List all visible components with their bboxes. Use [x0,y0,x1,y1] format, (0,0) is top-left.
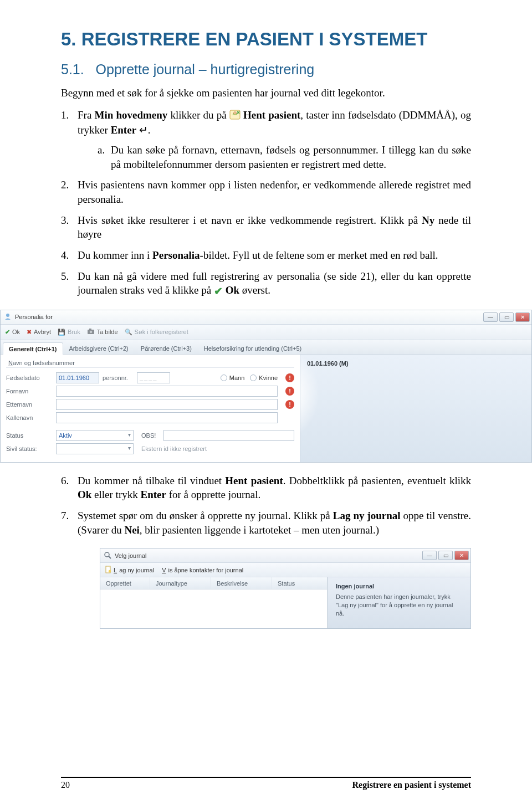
step-number: 1. [61,108,78,171]
ta-bilde-button[interactable]: Ta bilde [87,328,118,336]
section-number: 5.1. [61,61,84,77]
minimize-button[interactable]: ― [422,551,437,560]
window-titlebar: Velg journal ― ▭ ✕ [100,548,470,563]
label-obs: OBS! [141,432,163,439]
label-kvinne: Kvinne [259,375,278,381]
sivilstatus-combo[interactable] [56,443,134,454]
step-3: Hvis søket ikke resulterer i et navn er … [78,213,471,242]
close-button[interactable]: ✕ [515,312,530,322]
journal-list: Opprettet Journaltype Beskrivelse Status [100,577,328,628]
step-4: Du kommer inn i Personalia-bildet. Fyll … [78,248,471,263]
step-number: 3. [61,213,78,242]
step-1: Fra Min hovedmeny klikker du på Hent pas… [78,108,471,171]
chapter-number: 5. [61,29,76,49]
step-7: Systemet spør om du ønsker å opprette ny… [78,509,471,537]
step-6: Du kommer nå tilbake til vinduet Hent pa… [78,474,471,502]
summary-panel: 01.01.1960 (M) [300,355,531,462]
bruk-button[interactable]: 💾Bruk [58,329,80,336]
svg-point-9 [109,570,111,572]
tab-arbeidsgivere[interactable]: Arbeidsgivere (Ctrl+2) [63,342,135,354]
status-combo[interactable]: Aktiv [56,430,134,441]
col-status[interactable]: Status [272,577,327,589]
fodselsdato-input[interactable]: 01.01.1960 [56,372,99,383]
obs-input[interactable] [163,430,294,441]
section-heading: 5.1. Opprette journal – hurtigregistreri… [61,61,471,78]
tab-helseforsikring[interactable]: Helseforsikring for utlending (Ctrl+5) [198,342,308,354]
label-fornavn: Fornavn [6,388,56,394]
label-etternavn: Etternavn [6,401,56,408]
substep-letter: a. [98,143,111,171]
fornavn-input[interactable] [56,386,278,397]
camera-icon [87,328,95,336]
app-icon [4,312,12,321]
svg-point-6 [105,552,109,557]
col-journaltype[interactable]: Journaltype [150,577,211,589]
label-kallenavn: Kallenavn [6,414,56,421]
error-icon: ! [285,400,294,409]
label-sivil: Sivil status: [6,445,56,452]
tab-generelt[interactable]: Generelt (Ctrl+1) [3,342,63,355]
personalia-window: Personalia for ― ▭ ✕ ✔Ok ✖Avbryt 💾Bruk T… [0,310,532,463]
vis-apne-kontakter-button[interactable]: Vis åpne kontakter for journal [162,567,243,573]
page-number: 20 [61,780,70,790]
step-number: 5. [61,269,78,299]
ekstern-id-text: Ekstern id ikke registrert [141,445,207,452]
svg-point-1 [234,111,237,114]
label-status: Status [6,432,56,439]
radio-kvinne[interactable] [250,375,257,381]
intro-text: Begynn med et søk for å sjekke om pasien… [61,86,471,100]
window-title: Personalia for [15,314,53,320]
step-1a: Du kan søke på fornavn, etternavn, fødse… [111,143,471,171]
label-mann: Mann [229,375,245,381]
hent-pasient-icon [229,109,241,124]
etternavn-input[interactable] [56,399,278,410]
velg-journal-window: Velg journal ― ▭ ✕ Lag ny journal Vis åp… [100,548,471,629]
tab-bar: Generelt (Ctrl+1) Arbeidsgivere (Ctrl+2)… [1,340,531,355]
summary-text: 01.01.1960 (M) [307,360,525,367]
step-number: 4. [61,248,78,263]
svg-point-2 [6,314,9,317]
save-icon: 💾 [58,329,65,336]
minimize-button[interactable]: ― [483,312,498,322]
chapter-title: REGISTRERE EN PASIENT I SYSTEMET [81,29,428,49]
col-opprettet[interactable]: Opprettet [100,577,150,589]
info-text: Denne pasienten har ingen journaler, try… [336,593,463,618]
error-icon: ! [285,387,294,396]
window-title: Velg journal [115,552,147,559]
kallenavn-input[interactable] [56,412,278,423]
ok-button[interactable]: ✔Ok [5,329,20,336]
step-number: 6. [61,474,78,502]
toolbar: ✔Ok ✖Avbryt 💾Bruk Ta bilde 🔍Søk i folker… [1,325,531,340]
maximize-button[interactable]: ▭ [499,312,514,322]
page-footer: 20 Registrere en pasient i systemet [0,777,532,790]
window-titlebar: Personalia for ― ▭ ✕ [1,310,531,325]
tab-parorende[interactable]: Pårørende (Ctrl+3) [135,342,198,354]
sok-folkeregister-button[interactable]: 🔍Søk i folkeregisteret [125,329,188,336]
label-personnr: personnr. [99,375,137,381]
step-number: 2. [61,178,78,206]
footer-title: Registrere en pasient i systemet [352,780,471,790]
step-2: Hvis pasientens navn kommer opp i listen… [78,178,471,206]
info-panel: Ingen journal Denne pasienten har ingen … [328,577,470,628]
check-icon: ✔ [214,284,223,299]
svg-point-4 [89,331,92,334]
avbryt-button[interactable]: ✖Avbryt [27,329,51,336]
check-icon: ✔ [5,329,10,336]
cancel-icon: ✖ [27,329,32,336]
personnr-input[interactable]: ____ [137,372,170,383]
col-beskrivelse[interactable]: Beskrivelse [211,577,272,589]
new-icon [105,566,111,575]
chapter-heading: 5. REGISTRERE EN PASIENT I SYSTEMET [61,28,471,50]
section-title: Opprette journal – hurtigregistrering [96,61,315,77]
search-icon: 🔍 [125,329,132,336]
radio-mann[interactable] [221,375,227,381]
lag-ny-journal-button[interactable]: Lag ny journal [105,566,154,575]
label-fodselsdato: Fødselsdato [6,375,56,381]
step-number: 7. [61,509,78,537]
info-heading: Ingen journal [336,583,463,589]
toolbar: Lag ny journal Vis åpne kontakter for jo… [100,563,470,577]
search-icon [104,551,111,560]
svg-rect-5 [89,329,91,330]
maximize-button[interactable]: ▭ [438,551,453,560]
close-button[interactable]: ✕ [454,551,469,560]
